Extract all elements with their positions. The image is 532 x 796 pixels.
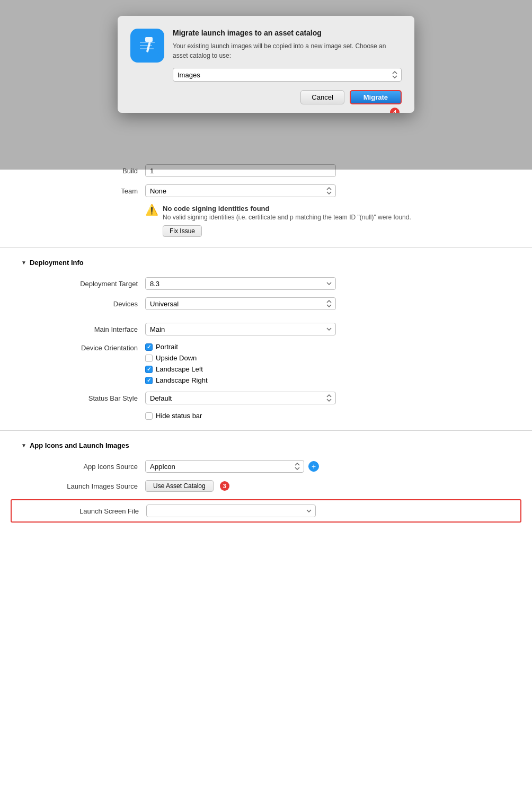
landscape-right-label: Landscape Right — [156, 376, 208, 384]
app-icons-section-label: App Icons and Launch Images — [30, 441, 129, 449]
launch-images-source-label: Launch Images Source — [21, 482, 138, 490]
warning-text: No code signing identities found No vali… — [163, 205, 511, 237]
device-orientation-label: Device Orientation — [21, 344, 138, 352]
devices-label: Devices — [21, 300, 138, 308]
portrait-checkbox[interactable] — [145, 343, 153, 351]
app-icons-source-select[interactable]: AppIcon — [145, 460, 304, 473]
deployment-section-label: Deployment Info — [30, 259, 84, 267]
collapse-triangle-app-icons[interactable]: ▼ — [21, 443, 26, 448]
team-label: Team — [21, 187, 138, 195]
deployment-section-header: ▼ Deployment Info — [0, 259, 532, 267]
dialog-title: Migrate launch images to an asset catalo… — [173, 29, 402, 37]
xcode-icon-svg — [134, 32, 161, 59]
portrait-label: Portrait — [156, 343, 178, 351]
device-orientation-checkboxes: Portrait Upside Down Landscape Left Land… — [145, 343, 208, 384]
status-bar-style-row: Status Bar Style Default — [0, 392, 532, 404]
upside-down-checkbox[interactable] — [145, 355, 153, 362]
team-row: Team None — [0, 184, 532, 197]
devices-row: Devices Universal iPhone iPad — [0, 297, 532, 310]
migrate-badge: 4 — [390, 108, 400, 113]
deployment-target-select[interactable]: 8.3 — [145, 277, 336, 290]
migrate-button-wrapper: Migrate 4 — [350, 90, 402, 104]
launch-images-source-control: Use Asset Catalog 3 — [145, 480, 511, 492]
devices-control: Universal iPhone iPad — [145, 297, 336, 310]
launch-screen-file-row: Launch Screen File — [11, 499, 521, 523]
status-bar-style-control: Default — [145, 392, 336, 404]
app-icons-source-label: App Icons Source — [21, 463, 138, 471]
main-interface-row: Main Interface Main — [0, 323, 532, 335]
warning-icon: ⚠️ — [145, 204, 158, 216]
upside-down-row: Upside Down — [145, 354, 208, 362]
divider-1 — [0, 247, 532, 248]
hide-status-bar-row: Hide status bar — [0, 412, 532, 420]
landscape-right-row: Landscape Right — [145, 376, 208, 384]
migrate-button[interactable]: Migrate — [350, 90, 402, 104]
warning-area: ⚠️ No code signing identities found No v… — [0, 205, 532, 237]
dialog-overlay: Migrate launch images to an asset catalo… — [0, 0, 532, 170]
hide-status-bar-checkbox-row: Hide status bar — [145, 412, 202, 420]
upside-down-label: Upside Down — [156, 354, 197, 362]
launch-images-source-row: Launch Images Source Use Asset Catalog 3 — [0, 480, 532, 492]
deployment-target-control: 8.3 — [145, 277, 336, 290]
dialog-icon — [130, 29, 164, 63]
app-icons-source-row: App Icons Source AppIcon + — [0, 460, 532, 473]
dialog-description: Your existing launch images will be copi… — [173, 41, 402, 60]
landscape-left-label: Landscape Left — [156, 365, 203, 373]
portrait-row: Portrait — [145, 343, 208, 351]
main-interface-control: Main — [145, 323, 336, 335]
deployment-target-label: Deployment Target — [21, 280, 138, 288]
svg-rect-4 — [145, 37, 153, 42]
add-app-icon-button[interactable]: + — [308, 461, 319, 472]
device-orientation-row: Device Orientation Portrait Upside Down … — [0, 343, 532, 384]
hide-status-bar-checkbox[interactable] — [145, 412, 153, 420]
asset-catalog-select[interactable]: Images — [173, 68, 402, 82]
app-icons-section-header: ▼ App Icons and Launch Images — [0, 441, 532, 449]
main-interface-select[interactable]: Main — [145, 323, 336, 335]
main-interface-label: Main Interface — [21, 325, 138, 333]
landscape-left-row: Landscape Left — [145, 365, 208, 373]
launch-screen-file-label: Launch Screen File — [33, 507, 139, 515]
dialog-select-row: Images — [173, 68, 402, 82]
dialog-buttons: Cancel Migrate 4 — [118, 82, 414, 113]
status-bar-style-select[interactable]: Default — [145, 392, 336, 404]
dialog-content: Migrate launch images to an asset catalo… — [118, 16, 414, 82]
devices-select[interactable]: Universal iPhone iPad — [145, 297, 336, 310]
landscape-left-checkbox[interactable] — [145, 366, 153, 373]
team-control: None — [145, 184, 336, 197]
status-bar-style-label: Status Bar Style — [21, 394, 138, 402]
fix-issue-button[interactable]: Fix Issue — [163, 225, 202, 237]
app-icons-source-control: AppIcon + — [145, 460, 511, 473]
collapse-triangle-deployment[interactable]: ▼ — [21, 260, 26, 266]
warning-title: No code signing identities found — [163, 205, 511, 213]
warning-desc: No valid signing identities (i.e. certif… — [163, 214, 511, 221]
hide-status-bar-label: Hide status bar — [156, 412, 202, 420]
xcode-app-icon — [130, 29, 164, 63]
launch-screen-file-select[interactable] — [146, 505, 316, 517]
dialog-text-content: Migrate launch images to an asset catalo… — [173, 29, 402, 82]
cancel-button[interactable]: Cancel — [300, 90, 344, 104]
migrate-dialog: Migrate launch images to an asset catalo… — [118, 16, 414, 113]
divider-2 — [0, 430, 532, 431]
use-asset-catalog-badge: 3 — [220, 481, 229, 491]
landscape-right-checkbox[interactable] — [145, 377, 153, 384]
team-select[interactable]: None — [145, 184, 336, 197]
use-asset-catalog-button[interactable]: Use Asset Catalog — [145, 480, 214, 492]
deployment-target-row: Deployment Target 8.3 — [0, 277, 532, 290]
